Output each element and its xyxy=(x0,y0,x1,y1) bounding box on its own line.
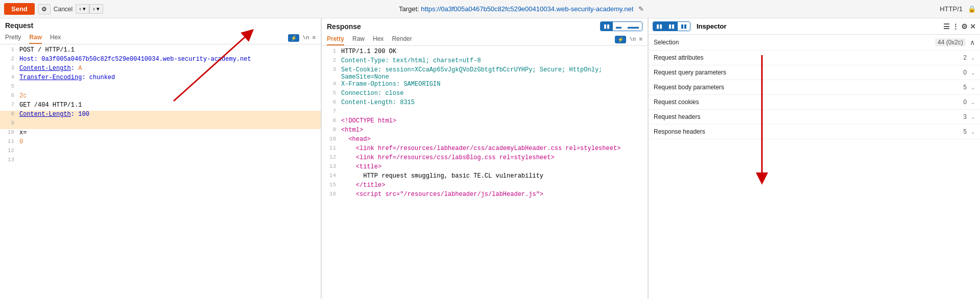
inspector-close-icon[interactable]: ✕ xyxy=(970,22,976,31)
inspector-row-request-query[interactable]: Request query parameters 0 ⌄ xyxy=(649,65,980,80)
request-menu-button[interactable]: ≡ xyxy=(312,35,316,41)
edit-icon[interactable]: ✎ xyxy=(638,5,644,13)
request-panel: Request Pretty Raw Hex ⚡ \n ≡ 1 POST / H… xyxy=(0,18,322,299)
inspector-row-request-body[interactable]: Request body parameters 5 ⌄ xyxy=(649,80,980,95)
request-wrap-button[interactable]: \n xyxy=(302,35,309,41)
request-line-8[interactable]: 8 Content-Length: 100 xyxy=(0,111,321,120)
inspector-header-icons: ☰ ⋮ ⚙ ✕ xyxy=(943,22,976,31)
tab-request-raw[interactable]: Raw xyxy=(29,32,42,44)
inspector-panel: ▮▮ ▮▮ ▮▮ Inspector ☰ ⋮ ⚙ ✕ Selection 44 … xyxy=(649,18,980,299)
http-version[interactable]: HTTP/1 xyxy=(940,5,963,13)
inspector-title: Inspector xyxy=(697,22,727,30)
response-line-12[interactable]: 12 <link href=/resources/css/labsBlog.cs… xyxy=(322,154,648,163)
request-title: Request xyxy=(5,21,33,30)
chevron-down-icon: ⌄ xyxy=(971,129,975,135)
nav-next-button[interactable]: › ▾ xyxy=(89,4,103,14)
response-line-5[interactable]: 5 Connection: close xyxy=(322,90,648,99)
tab-request-hex[interactable]: Hex xyxy=(50,32,61,44)
tab-response-raw[interactable]: Raw xyxy=(352,33,365,45)
response-line-4[interactable]: 4 X-Frame-Options: SAMEORIGIN xyxy=(322,81,648,90)
response-layout-side[interactable]: ▮▮ xyxy=(601,22,613,31)
nav-prev-button[interactable]: ‹ ▾ xyxy=(76,4,89,14)
request-line-11[interactable]: 11 0 xyxy=(0,138,321,147)
toolbar: Send ⚙ Cancel ‹ ▾ › ▾ Target: https://0a… xyxy=(0,0,980,18)
chevron-down-icon: ⌄ xyxy=(971,55,975,61)
response-line-6[interactable]: 6 Content-Length: 8315 xyxy=(322,99,648,108)
response-line-16-hidden[interactable]: 16 <script src="/resources/labheader/js/… xyxy=(322,191,648,200)
response-line-1[interactable]: 1 HTTP/1.1 200 OK xyxy=(322,48,648,57)
inspector-align-icon[interactable]: ☰ xyxy=(943,22,950,31)
inspector-selection-chevron[interactable]: ∧ xyxy=(970,38,975,46)
settings-button[interactable]: ⚙ xyxy=(38,4,51,14)
inspector-split-icon[interactable]: ⋮ xyxy=(952,22,959,31)
response-content: 1 HTTP/1.1 200 OK 2 Content-Type: text/h… xyxy=(322,46,648,299)
request-line-5[interactable]: 5 xyxy=(0,83,321,92)
response-layout-grid[interactable]: ▬ xyxy=(613,22,625,31)
response-line-8[interactable]: 8 <!DOCTYPE html> xyxy=(322,117,648,127)
request-content: 1 POST / HTTP/1.1 2 Host: 0a3f005a0467b5… xyxy=(0,44,321,299)
request-panel-actions: ⚡ \n ≡ xyxy=(288,34,316,42)
tab-request-pretty[interactable]: Pretty xyxy=(5,32,21,44)
response-line-2[interactable]: 2 Content-Type: text/html; charset=utf-8 xyxy=(322,57,648,66)
response-copy-button[interactable]: ⚡ xyxy=(615,36,626,43)
main-container: Request Pretty Raw Hex ⚡ \n ≡ 1 POST / H… xyxy=(0,18,980,299)
response-line-13[interactable]: 13 <title> xyxy=(322,163,648,172)
chevron-down-icon: ⌄ xyxy=(971,99,975,105)
request-line-7[interactable]: 7 GET /404 HTTP/1.1 xyxy=(0,102,321,111)
inspector-view-request[interactable]: ▮▮ xyxy=(653,22,665,31)
target-bar: Target: https://0a3f005a0467b50c82fc529e… xyxy=(106,5,937,13)
request-line-13[interactable]: 13 xyxy=(0,157,321,166)
tab-response-pretty[interactable]: Pretty xyxy=(327,33,344,45)
response-menu-button[interactable]: ≡ xyxy=(639,36,642,42)
inspector-row-response-headers[interactable]: Response headers 5 ⌄ xyxy=(649,124,980,139)
response-line-15[interactable]: 15 </title> xyxy=(322,182,648,191)
request-line-4[interactable]: 4 Transfer-Encoding: chunked xyxy=(0,74,321,83)
response-title: Response xyxy=(327,22,361,31)
request-line-6[interactable]: 6 2c xyxy=(0,92,321,102)
response-layout-toggle: ▮▮ ▬ ▬▬ xyxy=(600,21,642,31)
inspector-selection-label: Selection xyxy=(654,39,935,46)
inspector-row-request-headers[interactable]: Request headers 3 ⌄ xyxy=(649,110,980,124)
inspector-row-request-cookies[interactable]: Request cookies 0 ⌄ xyxy=(649,95,980,110)
request-copy-button[interactable]: ⚡ xyxy=(288,34,299,42)
tab-response-hex[interactable]: Hex xyxy=(373,33,384,45)
response-line-9[interactable]: 9 <html> xyxy=(322,127,648,136)
response-line-11[interactable]: 11 <link href=/resources/labheader/css/a… xyxy=(322,145,648,154)
inspector-selection-value: 44 (0x2c) xyxy=(935,38,966,46)
response-view-toggle: ▮▮ ▬ ▬▬ xyxy=(600,21,642,31)
tab-response-render[interactable]: Render xyxy=(392,33,412,45)
response-panel: Response ▮▮ ▬ ▬▬ Pretty Raw Hex Render ⚡… xyxy=(322,18,649,299)
nav-arrows: ‹ ▾ › ▾ xyxy=(76,4,103,14)
target-url[interactable]: https://0a3f005a0467b50c82fc529e00410034… xyxy=(421,5,633,13)
inspector-settings-icon[interactable]: ⚙ xyxy=(961,22,968,31)
inspector-header: ▮▮ ▮▮ ▮▮ Inspector ☰ ⋮ ⚙ ✕ xyxy=(649,18,980,35)
response-line-7[interactable]: 7 xyxy=(322,108,648,117)
request-line-1[interactable]: 1 POST / HTTP/1.1 xyxy=(0,46,321,56)
response-header-row: Response ▮▮ ▬ ▬▬ xyxy=(322,18,648,32)
response-line-10[interactable]: 10 <head> xyxy=(322,136,648,145)
request-tabs: Pretty Raw Hex ⚡ \n ≡ xyxy=(0,31,321,44)
request-header-row: Request xyxy=(0,18,321,31)
response-line-14[interactable]: 14 HTTP request smuggling, basic TE.CL v… xyxy=(322,172,648,182)
target-prefix: Target: xyxy=(399,5,421,13)
http-lock-icon: 🔒 xyxy=(968,5,976,13)
request-line-12[interactable]: 12 xyxy=(0,147,321,157)
response-line-3[interactable]: 3 Set-Cookie: session=XCcaAp65vJgkQVoDzG… xyxy=(322,66,648,81)
inspector-view-both[interactable]: ▮▮ xyxy=(665,22,678,31)
inspector-view-response[interactable]: ▮▮ xyxy=(678,22,690,31)
cancel-button[interactable]: Cancel xyxy=(54,6,73,13)
send-button[interactable]: Send xyxy=(4,3,35,15)
response-panel-actions: ⚡ \n ≡ xyxy=(615,36,642,43)
chevron-down-icon: ⌄ xyxy=(971,85,975,90)
chevron-down-icon: ⌄ xyxy=(971,70,975,76)
request-line-9[interactable]: 9 xyxy=(0,120,321,129)
request-line-2[interactable]: 2 Host: 0a3f005a0467b50c82fc529e00410034… xyxy=(0,56,321,65)
request-line-3[interactable]: 3 Content-Length: A xyxy=(0,65,321,74)
request-line-10[interactable]: 10 x= xyxy=(0,129,321,138)
response-wrap-button[interactable]: \n xyxy=(629,36,636,42)
inspector-selection-row: Selection 44 (0x2c) ∧ xyxy=(649,35,980,51)
inspector-row-request-attributes[interactable]: Request attributes 2 ⌄ xyxy=(649,51,980,65)
response-layout-full[interactable]: ▬▬ xyxy=(625,22,642,31)
chevron-down-icon: ⌄ xyxy=(971,114,975,120)
inspector-view-toggle: ▮▮ ▮▮ ▮▮ xyxy=(653,21,690,31)
